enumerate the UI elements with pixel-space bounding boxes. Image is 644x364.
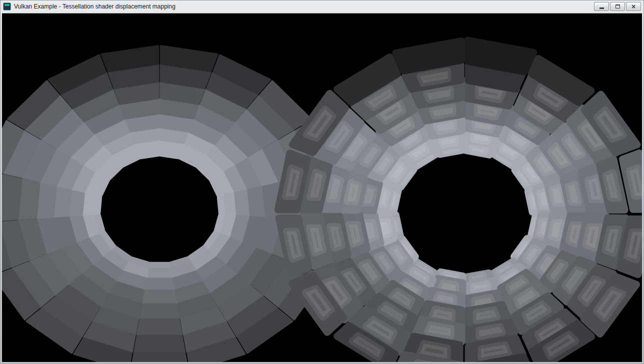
minimize-button[interactable]: [594, 2, 609, 11]
close-icon: ×: [632, 3, 636, 10]
app-window: Vulkan Example - Tessellation shader dis…: [0, 0, 644, 364]
maximize-icon: [616, 4, 620, 8]
render-viewport[interactable]: [2, 13, 642, 362]
app-icon[interactable]: [3, 2, 11, 10]
window-title: Vulkan Example - Tessellation shader dis…: [14, 3, 591, 10]
window-controls: ×: [594, 2, 641, 11]
maximize-button[interactable]: [610, 2, 625, 11]
close-button[interactable]: ×: [626, 2, 641, 11]
torus-render-svg: [2, 14, 642, 362]
titlebar[interactable]: Vulkan Example - Tessellation shader dis…: [2, 0, 642, 13]
minimize-icon: [600, 8, 604, 9]
